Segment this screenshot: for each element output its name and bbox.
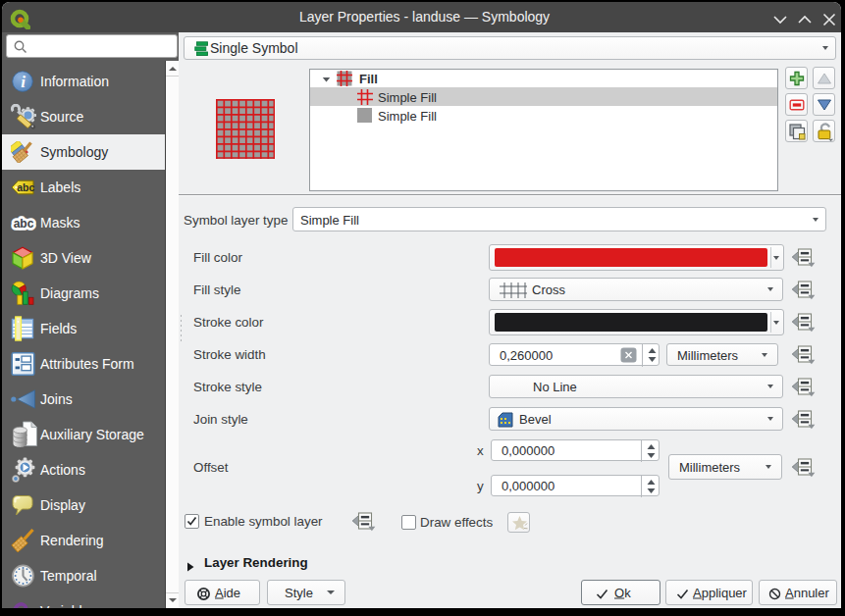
svg-text:abc: abc	[17, 181, 34, 193]
svg-text:i: i	[21, 73, 26, 91]
svg-text:abc: abc	[14, 217, 34, 231]
